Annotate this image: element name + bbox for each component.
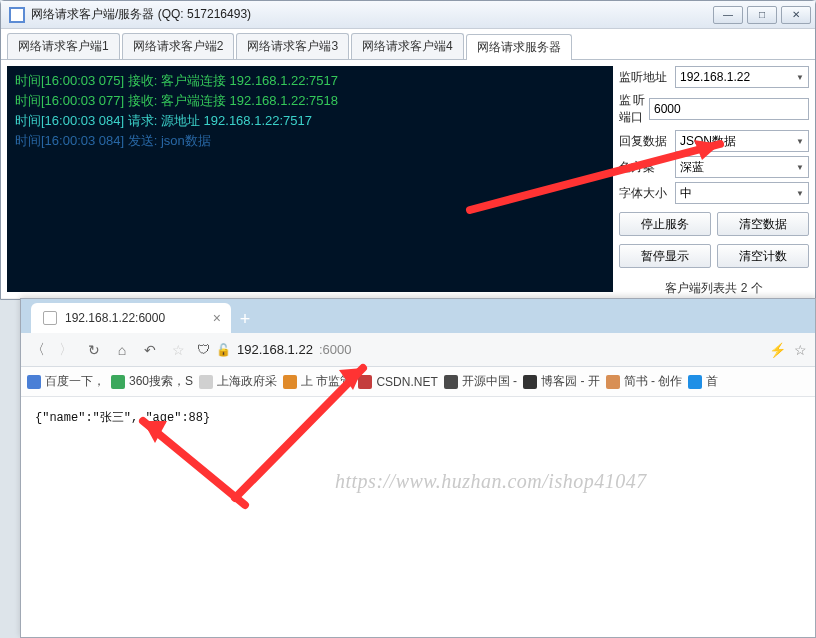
bookmark-icon (688, 375, 702, 389)
font-size-select[interactable]: 中▼ (675, 182, 809, 204)
browser-tabbar: 192.168.1.22:6000 × + (21, 299, 815, 333)
bookmark-icon (523, 375, 537, 389)
url-host: 192.168.1.22 (237, 342, 313, 357)
bookmark-icon[interactable]: ☆ (794, 342, 807, 358)
font-size-label: 字体大小 (619, 185, 671, 202)
bookmark-label: CSDN.NET (376, 375, 437, 389)
flash-icon[interactable]: ⚡ (769, 342, 786, 358)
reply-data-select[interactable]: JSON数据▼ (675, 130, 809, 152)
bookmark-label: 首 (706, 373, 718, 390)
browser-toolbar: 〈 〉 ↻ ⌂ ↶ ☆ 🛡 🔓 192.168.1.22:6000 ⚡ ☆ (21, 333, 815, 367)
pause-display-button[interactable]: 暂停显示 (619, 244, 711, 268)
bookmark-icon (111, 375, 125, 389)
bookmark-item[interactable]: 上 市监管 (283, 373, 352, 390)
chevron-down-icon: ▼ (796, 73, 804, 82)
insecure-icon: 🔓 (216, 343, 231, 357)
console-line: 时间[16:00:03 084] 发送: json数据 (15, 132, 605, 150)
bookmark-label: 360搜索，S (129, 373, 193, 390)
tab-close-icon[interactable]: × (213, 310, 221, 326)
bookmark-icon (444, 375, 458, 389)
console: 时间[16:00:03 075] 接收: 客户端连接 192.168.1.22:… (7, 66, 613, 292)
bookmark-icon (199, 375, 213, 389)
bookmark-item[interactable]: 博客园 - 开 (523, 373, 600, 390)
bookmark-icon (606, 375, 620, 389)
bookmark-label: 简书 - 创作 (624, 373, 683, 390)
bookmark-icon (27, 375, 41, 389)
bookmark-label: 博客园 - 开 (541, 373, 600, 390)
reply-data-label: 回复数据 (619, 133, 671, 150)
tab-client1[interactable]: 网络请求客户端1 (7, 33, 120, 59)
bookmark-item[interactable]: CSDN.NET (358, 375, 437, 389)
bookmark-label: 上海政府采 (217, 373, 277, 390)
scheme-label: 色方案 (619, 159, 671, 176)
console-line: 时间[16:00:03 075] 接收: 客户端连接 192.168.1.22:… (15, 72, 605, 90)
clear-count-button[interactable]: 清空计数 (717, 244, 809, 268)
stop-service-button[interactable]: 停止服务 (619, 212, 711, 236)
chevron-down-icon: ▼ (796, 137, 804, 146)
side-panel: 监听地址 192.168.1.22▼ 监听端口 回复数据 JSON数据▼ 色方案… (619, 66, 809, 292)
browser-window: 192.168.1.22:6000 × + 〈 〉 ↻ ⌂ ↶ ☆ 🛡 🔓 19… (20, 298, 816, 638)
home-button[interactable]: ⌂ (113, 342, 131, 358)
app-icon (9, 7, 25, 23)
bookmark-item[interactable]: 360搜索，S (111, 373, 193, 390)
star-icon[interactable]: ☆ (169, 342, 187, 358)
new-tab-button[interactable]: + (231, 305, 259, 333)
watermark: https://www.huzhan.com/ishop41047 (335, 470, 647, 493)
bookmark-label: 百度一下， (45, 373, 105, 390)
forward-button[interactable]: 〉 (57, 341, 75, 359)
svg-rect-1 (11, 9, 23, 21)
bookmark-icon (358, 375, 372, 389)
bookmark-item[interactable]: 首 (688, 373, 718, 390)
bookmark-label: 开源中国 - (462, 373, 517, 390)
back-button[interactable]: 〈 (29, 341, 47, 359)
console-line: 时间[16:00:03 077] 接收: 客户端连接 192.168.1.22:… (15, 92, 605, 110)
bookmark-item[interactable]: 开源中国 - (444, 373, 517, 390)
reload-button[interactable]: ↻ (85, 342, 103, 358)
bookmark-label: 上 市监管 (301, 373, 352, 390)
browser-tab-title: 192.168.1.22:6000 (65, 311, 165, 325)
app-window: 网络请求客户端/服务器 (QQ: 517216493) — □ ✕ 网络请求客户… (0, 0, 816, 300)
bookmark-item[interactable]: 百度一下， (27, 373, 105, 390)
page-body: {"name":"张三", "age":88} (21, 397, 815, 438)
listen-port-label: 监听端口 (619, 92, 645, 126)
tabs: 网络请求客户端1 网络请求客户端2 网络请求客户端3 网络请求客户端4 网络请求… (1, 29, 815, 60)
bookmark-icon (283, 375, 297, 389)
chevron-down-icon: ▼ (796, 189, 804, 198)
listen-port-input[interactable] (649, 98, 809, 120)
tab-client4[interactable]: 网络请求客户端4 (351, 33, 464, 59)
browser-tab[interactable]: 192.168.1.22:6000 × (31, 303, 231, 333)
minimize-button[interactable]: — (713, 6, 743, 24)
address-bar[interactable]: 🛡 🔓 192.168.1.22:6000 (197, 342, 759, 357)
titlebar: 网络请求客户端/服务器 (QQ: 517216493) — □ ✕ (1, 1, 815, 29)
listen-addr-label: 监听地址 (619, 69, 671, 86)
console-line: 时间[16:00:03 084] 请求: 源地址 192.168.1.22:75… (15, 112, 605, 130)
tab-server[interactable]: 网络请求服务器 (466, 34, 572, 60)
url-port: :6000 (319, 342, 352, 357)
bookmark-item[interactable]: 上海政府采 (199, 373, 277, 390)
window-title: 网络请求客户端/服务器 (QQ: 517216493) (31, 6, 709, 23)
maximize-button[interactable]: □ (747, 6, 777, 24)
chevron-down-icon: ▼ (796, 163, 804, 172)
listen-addr-select[interactable]: 192.168.1.22▼ (675, 66, 809, 88)
scheme-select[interactable]: 深蓝▼ (675, 156, 809, 178)
page-icon (43, 311, 57, 325)
clear-data-button[interactable]: 清空数据 (717, 212, 809, 236)
tab-client3[interactable]: 网络请求客户端3 (236, 33, 349, 59)
close-button[interactable]: ✕ (781, 6, 811, 24)
bookmark-item[interactable]: 简书 - 创作 (606, 373, 683, 390)
undo-button[interactable]: ↶ (141, 342, 159, 358)
tab-client2[interactable]: 网络请求客户端2 (122, 33, 235, 59)
shield-icon: 🛡 (197, 342, 210, 357)
bookmarks-bar: 百度一下，360搜索，S上海政府采上 市监管CSDN.NET开源中国 -博客园 … (21, 367, 815, 397)
